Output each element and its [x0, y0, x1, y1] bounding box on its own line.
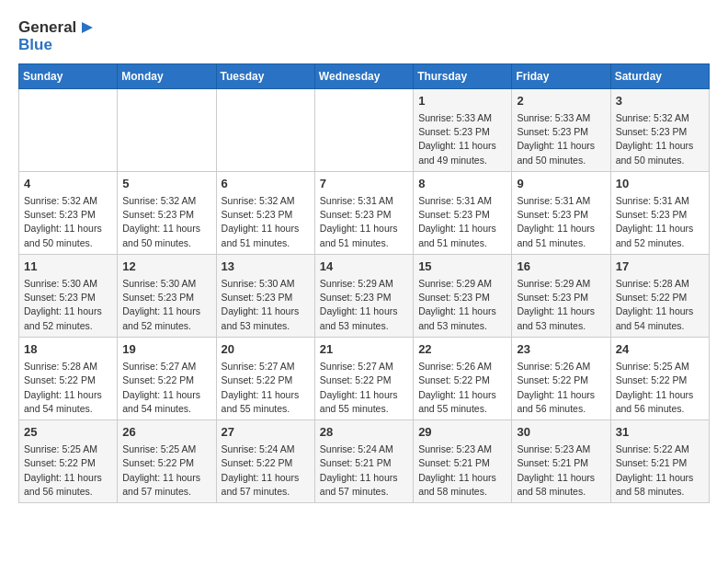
- day-number: 10: [616, 176, 704, 192]
- header-friday: Friday: [512, 63, 610, 88]
- day-info: Sunrise: 5:31 AM Sunset: 5:23 PM Dayligh…: [616, 194, 704, 250]
- day-number: 26: [122, 424, 210, 441]
- day-cell-30: 30Sunrise: 5:23 AM Sunset: 5:21 PM Dayli…: [512, 419, 610, 502]
- empty-cell: [216, 88, 314, 171]
- day-number: 7: [320, 176, 408, 192]
- day-cell-13: 13Sunrise: 5:30 AM Sunset: 5:23 PM Dayli…: [216, 254, 314, 337]
- header-sunday: Sunday: [19, 63, 118, 88]
- day-cell-28: 28Sunrise: 5:24 AM Sunset: 5:21 PM Dayli…: [314, 419, 413, 502]
- day-number: 5: [122, 176, 210, 192]
- calendar-header-row: SundayMondayTuesdayWednesdayThursdayFrid…: [19, 63, 710, 88]
- day-info: Sunrise: 5:26 AM Sunset: 5:22 PM Dayligh…: [418, 360, 506, 416]
- day-number: 12: [122, 259, 210, 275]
- day-cell-24: 24Sunrise: 5:25 AM Sunset: 5:22 PM Dayli…: [610, 337, 709, 419]
- day-info: Sunrise: 5:29 AM Sunset: 5:23 PM Dayligh…: [418, 277, 506, 333]
- day-info: Sunrise: 5:25 AM Sunset: 5:22 PM Dayligh…: [616, 360, 704, 416]
- day-cell-22: 22Sunrise: 5:26 AM Sunset: 5:22 PM Dayli…: [414, 337, 512, 419]
- day-number: 24: [616, 341, 704, 358]
- day-cell-9: 9Sunrise: 5:31 AM Sunset: 5:23 PM Daylig…: [512, 171, 610, 254]
- day-cell-4: 4Sunrise: 5:32 AM Sunset: 5:23 PM Daylig…: [19, 171, 118, 254]
- svg-marker-0: [82, 22, 93, 33]
- day-info: Sunrise: 5:25 AM Sunset: 5:22 PM Dayligh…: [24, 442, 112, 499]
- day-info: Sunrise: 5:32 AM Sunset: 5:23 PM Dayligh…: [222, 194, 310, 250]
- header-wednesday: Wednesday: [314, 63, 413, 88]
- calendar-table: SundayMondayTuesdayWednesdayThursdayFrid…: [18, 63, 710, 503]
- day-info: Sunrise: 5:27 AM Sunset: 5:22 PM Dayligh…: [222, 360, 310, 416]
- day-info: Sunrise: 5:30 AM Sunset: 5:23 PM Dayligh…: [24, 277, 112, 333]
- day-cell-18: 18Sunrise: 5:28 AM Sunset: 5:22 PM Dayli…: [19, 337, 118, 419]
- week-row-3: 11Sunrise: 5:30 AM Sunset: 5:23 PM Dayli…: [19, 254, 710, 337]
- day-info: Sunrise: 5:33 AM Sunset: 5:23 PM Dayligh…: [418, 111, 506, 167]
- day-info: Sunrise: 5:27 AM Sunset: 5:22 PM Dayligh…: [122, 360, 210, 416]
- logo-arrow-icon: [78, 18, 97, 37]
- day-number: 29: [418, 424, 506, 441]
- day-info: Sunrise: 5:24 AM Sunset: 5:21 PM Dayligh…: [320, 442, 408, 499]
- day-number: 25: [24, 424, 112, 441]
- day-cell-7: 7Sunrise: 5:31 AM Sunset: 5:23 PM Daylig…: [314, 171, 413, 254]
- empty-cell: [314, 88, 413, 171]
- week-row-2: 4Sunrise: 5:32 AM Sunset: 5:23 PM Daylig…: [19, 171, 710, 254]
- day-number: 30: [517, 424, 605, 441]
- day-number: 31: [616, 424, 704, 441]
- day-number: 1: [418, 93, 506, 109]
- day-info: Sunrise: 5:26 AM Sunset: 5:22 PM Dayligh…: [517, 360, 605, 416]
- day-info: Sunrise: 5:30 AM Sunset: 5:23 PM Dayligh…: [122, 277, 210, 333]
- day-cell-27: 27Sunrise: 5:24 AM Sunset: 5:22 PM Dayli…: [216, 419, 314, 502]
- day-cell-3: 3Sunrise: 5:32 AM Sunset: 5:23 PM Daylig…: [610, 88, 709, 171]
- day-cell-23: 23Sunrise: 5:26 AM Sunset: 5:22 PM Dayli…: [512, 337, 610, 419]
- day-number: 6: [222, 176, 310, 192]
- day-number: 15: [418, 259, 506, 275]
- day-info: Sunrise: 5:32 AM Sunset: 5:23 PM Dayligh…: [122, 194, 210, 250]
- day-info: Sunrise: 5:28 AM Sunset: 5:22 PM Dayligh…: [24, 360, 112, 416]
- day-cell-26: 26Sunrise: 5:25 AM Sunset: 5:22 PM Dayli…: [118, 419, 216, 502]
- day-info: Sunrise: 5:29 AM Sunset: 5:23 PM Dayligh…: [320, 277, 408, 333]
- header-thursday: Thursday: [414, 63, 512, 88]
- day-cell-10: 10Sunrise: 5:31 AM Sunset: 5:23 PM Dayli…: [610, 171, 709, 254]
- day-number: 16: [517, 259, 605, 275]
- day-cell-17: 17Sunrise: 5:28 AM Sunset: 5:22 PM Dayli…: [610, 254, 709, 337]
- day-info: Sunrise: 5:29 AM Sunset: 5:23 PM Dayligh…: [517, 277, 605, 333]
- logo-text: General Blue: [18, 18, 97, 54]
- day-cell-2: 2Sunrise: 5:33 AM Sunset: 5:23 PM Daylig…: [512, 88, 610, 171]
- logo-blue: Blue: [18, 37, 52, 54]
- day-number: 13: [222, 259, 310, 275]
- day-number: 17: [616, 259, 704, 275]
- day-cell-16: 16Sunrise: 5:29 AM Sunset: 5:23 PM Dayli…: [512, 254, 610, 337]
- page-header: General Blue: [18, 18, 710, 54]
- day-info: Sunrise: 5:33 AM Sunset: 5:23 PM Dayligh…: [517, 111, 605, 167]
- day-info: Sunrise: 5:23 AM Sunset: 5:21 PM Dayligh…: [418, 442, 506, 499]
- day-cell-11: 11Sunrise: 5:30 AM Sunset: 5:23 PM Dayli…: [19, 254, 118, 337]
- day-number: 18: [24, 341, 112, 358]
- day-number: 3: [616, 93, 704, 109]
- empty-cell: [19, 88, 118, 171]
- day-number: 2: [517, 93, 605, 109]
- day-number: 20: [222, 341, 310, 358]
- week-row-1: 1Sunrise: 5:33 AM Sunset: 5:23 PM Daylig…: [19, 88, 710, 171]
- day-info: Sunrise: 5:28 AM Sunset: 5:22 PM Dayligh…: [616, 277, 704, 333]
- day-number: 11: [24, 259, 112, 275]
- day-cell-14: 14Sunrise: 5:29 AM Sunset: 5:23 PM Dayli…: [314, 254, 413, 337]
- day-info: Sunrise: 5:22 AM Sunset: 5:21 PM Dayligh…: [616, 442, 704, 499]
- day-info: Sunrise: 5:25 AM Sunset: 5:22 PM Dayligh…: [122, 442, 210, 499]
- empty-cell: [118, 88, 216, 171]
- day-cell-20: 20Sunrise: 5:27 AM Sunset: 5:22 PM Dayli…: [216, 337, 314, 419]
- day-number: 22: [418, 341, 506, 358]
- day-cell-12: 12Sunrise: 5:30 AM Sunset: 5:23 PM Dayli…: [118, 254, 216, 337]
- day-cell-15: 15Sunrise: 5:29 AM Sunset: 5:23 PM Dayli…: [414, 254, 512, 337]
- day-number: 19: [122, 341, 210, 358]
- day-number: 14: [320, 259, 408, 275]
- day-number: 23: [517, 341, 605, 358]
- day-number: 27: [222, 424, 310, 441]
- header-monday: Monday: [118, 63, 216, 88]
- day-info: Sunrise: 5:31 AM Sunset: 5:23 PM Dayligh…: [517, 194, 605, 250]
- day-info: Sunrise: 5:31 AM Sunset: 5:23 PM Dayligh…: [320, 194, 408, 250]
- day-cell-19: 19Sunrise: 5:27 AM Sunset: 5:22 PM Dayli…: [118, 337, 216, 419]
- day-number: 21: [320, 341, 408, 358]
- day-cell-29: 29Sunrise: 5:23 AM Sunset: 5:21 PM Dayli…: [414, 419, 512, 502]
- day-info: Sunrise: 5:23 AM Sunset: 5:21 PM Dayligh…: [517, 442, 605, 499]
- header-saturday: Saturday: [610, 63, 709, 88]
- day-info: Sunrise: 5:31 AM Sunset: 5:23 PM Dayligh…: [418, 194, 506, 250]
- day-cell-25: 25Sunrise: 5:25 AM Sunset: 5:22 PM Dayli…: [19, 419, 118, 502]
- header-tuesday: Tuesday: [216, 63, 314, 88]
- week-row-4: 18Sunrise: 5:28 AM Sunset: 5:22 PM Dayli…: [19, 337, 710, 419]
